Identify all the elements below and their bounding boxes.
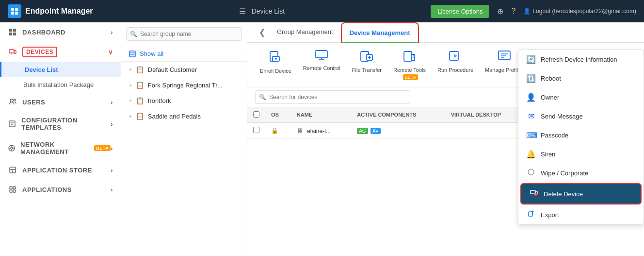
remote-control-button[interactable]: Remote Control [298,47,345,75]
svg-rect-28 [13,190,16,192]
chevron-right-icon: › [111,99,113,106]
sidebar-subitem-bulk-install[interactable]: Bulk Installation Package [0,77,121,92]
more-dropdown-menu: 🔄 Refresh Device Information 🔃 Reboot 👤 … [518,50,644,224]
expand-icon: + [129,114,132,119]
page-title: Device List [252,7,285,15]
group-search-input[interactable] [126,27,242,41]
device-panel: 🔍 Show all + 📋 Default Customer + 📋 Fo [121,22,644,256]
manage-profiles-icon [498,50,511,65]
remote-tools-button[interactable]: Remote Tools BETA [388,47,431,83]
list-icon: 📋 [136,112,144,120]
expand-icon: + [129,67,132,72]
dropdown-send-message[interactable]: ✉ Send Message [518,107,644,126]
owner-icon: 👤 [526,93,536,102]
chevron-down-icon: ∨ [108,49,113,56]
chevron-right-icon: › [111,29,113,36]
svg-rect-1 [15,8,18,11]
col-name: NAME [291,107,351,123]
select-all-checkbox[interactable] [253,111,259,118]
sidebar-item-applications[interactable]: Applications › [0,180,121,199]
row-checkbox[interactable] [253,127,259,133]
devices-icon [8,47,17,57]
tab-device-management[interactable]: Device Management [341,22,419,44]
group-item-saddle[interactable]: + 📋 Saddle and Pedals [121,108,247,124]
svg-rect-3 [15,12,18,15]
dropdown-refresh-device[interactable]: 🔄 Refresh Device Information [518,50,644,69]
reboot-icon: 🔃 [526,74,536,83]
dropdown-wipe[interactable]: Wipe / Corporate [518,164,644,182]
dashboard-icon [8,27,17,37]
sidebar-subitem-device-list[interactable]: Device List [0,62,121,77]
device-search-icon: 🔍 [259,94,266,101]
enroll-icon [269,50,282,66]
group-item-fork[interactable]: + 📋 Fork Springs Regional Tr... [121,77,247,93]
show-all-button[interactable]: Show all [121,46,247,62]
sidebar-item-users[interactable]: Users › [0,92,121,112]
tab-group-management[interactable]: Group Management [269,22,341,42]
list-icon: 📋 [136,81,144,89]
sidebar: Dashboard › Devices ∨ Device List Bulk I… [0,22,121,256]
remote-tools-icon [403,50,417,65]
svg-point-17 [11,147,13,149]
svg-rect-26 [13,187,16,189]
sidebar-item-devices[interactable]: Devices ∨ [0,42,121,62]
remote-control-icon [315,50,328,63]
dropdown-siren[interactable]: 🔔 Siren [518,145,644,164]
badge-av: AV [370,128,381,134]
appstore-icon [8,165,17,175]
run-procedure-button[interactable]: Run Procedure [433,47,478,77]
list-icon: 📋 [136,97,144,104]
svg-rect-25 [10,187,12,189]
group-panel: 🔍 Show all + 📋 Default Customer + 📋 Fo [121,22,247,256]
group-item-default[interactable]: + 📋 Default Customer [121,62,247,77]
sidebar-item-appstore[interactable]: Application Store › [0,160,121,180]
expand-icon: + [129,98,132,103]
svg-marker-47 [454,54,457,58]
svg-rect-6 [9,33,12,35]
header-right: License Options ⊕ ? 👤 Logout (herculespo… [431,5,636,18]
badge-ag: AG [357,128,368,134]
enroll-device-button[interactable]: Enroll Device [255,47,296,78]
user-info[interactable]: 👤 Logout (herculespopular22@gmail.com) [523,8,636,15]
dropdown-owner[interactable]: 👤 Owner [518,88,644,107]
collapse-panel-button[interactable]: ❮ [255,28,269,37]
file-transfer-button[interactable]: File Transfer [347,47,386,77]
sidebar-item-network[interactable]: Network Management BETA › [0,136,121,160]
help-icon[interactable]: ? [511,7,515,16]
top-header: Endpoint Manager ☰ Device List License O… [0,0,644,22]
config-icon [8,119,16,129]
chevron-right-icon: › [111,186,113,193]
svg-rect-60 [529,212,532,216]
svg-rect-7 [13,33,16,35]
remote-tools-beta-badge: BETA [403,74,418,80]
main-content: 🔍 Show all + 📋 Default Customer + 📋 Fo [121,22,644,256]
brand-icon [8,4,21,18]
device-type-icon: 🖥 [297,127,304,135]
svg-rect-0 [11,8,14,11]
chevron-right-icon: › [111,167,113,174]
svg-rect-2 [11,12,14,15]
dropdown-reboot[interactable]: 🔃 Reboot [518,69,644,88]
list-icon: 📋 [136,66,144,73]
svg-rect-4 [9,29,12,32]
dropdown-delete-device[interactable]: Delete Device [520,183,642,205]
svg-point-55 [528,169,534,175]
sidebar-item-dashboard[interactable]: Dashboard › [0,22,121,42]
svg-rect-5 [13,29,16,32]
svg-point-12 [14,99,16,101]
file-transfer-icon [360,50,373,65]
hamburger-icon[interactable]: ☰ [239,7,246,16]
group-search-icon: 🔍 [130,31,137,37]
group-item-frontfork[interactable]: + 📋 frontfork [121,93,247,108]
col-active-components: ACTIVE COMPONENTS [351,107,445,123]
sidebar-item-config[interactable]: Configuration Templates › [0,112,121,136]
add-icon[interactable]: ⊕ [497,7,503,16]
network-beta-badge: BETA [94,145,111,151]
user-icon: 👤 [523,8,531,15]
license-options-button[interactable]: License Options [431,5,489,18]
svg-rect-36 [316,51,327,58]
dropdown-export[interactable]: Export [518,205,644,224]
lock-icon: 🔒 [271,127,278,134]
device-search-input[interactable] [255,90,410,104]
dropdown-passcode[interactable]: ⌨ Passcode [518,126,644,145]
